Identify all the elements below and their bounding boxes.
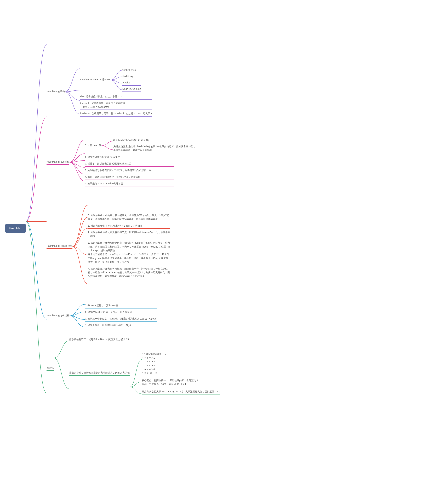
leaf: 0. 如果原数组大小为零，表示初始化，临界值为0表示用默认的大小16进行初始化，… bbox=[88, 213, 170, 222]
connector bbox=[110, 67, 122, 93]
section-resize: HashMap 的 resize 过程 0. 如果原数组大小为零，表示初始化，临… bbox=[47, 198, 220, 294]
connector bbox=[69, 301, 85, 330]
section-title-init: 初始化 bbox=[47, 366, 54, 371]
connector bbox=[69, 133, 85, 192]
leaf: final K key bbox=[122, 74, 141, 79]
leaf: (h = key.hashCode()) ^ (h >>> 16) bbox=[113, 138, 196, 143]
children: 0. 做 hash 运算，计算 index 值 1. 如果在 bucket 的第… bbox=[85, 304, 157, 328]
leaf: 4. 如果在遍历链表的过程中，节点已存在，则覆盖值 bbox=[85, 175, 174, 180]
leaf: 1. 如果在 bucket 的第一个节点，则直接返回 bbox=[85, 310, 157, 315]
label: 0. 计算 hash 值 bbox=[85, 143, 101, 148]
connector bbox=[72, 198, 88, 294]
leaf-set: (h = key.hashCode()) ^ (h >>> 16) 为避免当容量… bbox=[113, 138, 196, 153]
section-init: 初始化 空参数啥都不干，就是将 loadFactor 赋值为 默认值 0.75 … bbox=[47, 337, 220, 399]
connector bbox=[101, 138, 113, 153]
leaf: 4. 如果原数组中元素是树形结果，则跟链表一样，拆分为两组，一组在原位置，一组在… bbox=[88, 267, 170, 279]
section-title-structure: HashMap 的结构 bbox=[47, 90, 65, 94]
section-structure: HashMap 的结构 transient Node<K,V>[] table; bbox=[47, 58, 220, 126]
leaf: 2. 如果原数组中的元素没有后继节点，则直接hash & (newCap - 1… bbox=[88, 230, 170, 239]
children: 0. 如果原数组大小为零，表示初始化，临界值为0表示用默认的大小16进行初始化，… bbox=[88, 213, 170, 279]
label: 指点大小时，会将该值指定为离他最近的 2 的 n 次方的值 bbox=[69, 371, 130, 376]
connector bbox=[130, 348, 142, 399]
connector bbox=[65, 58, 80, 126]
section-title-put: HashMap 的 put 过程 bbox=[47, 160, 69, 165]
label: transient Node<K,V>[] table; bbox=[80, 78, 110, 82]
leaf: n = obj.hashCode() - 1; n |= n >>> 1; n … bbox=[142, 352, 220, 376]
leaf: 3. 如果碰撞导致链表长度大于等于8，则将链表转为红黑树(1.8) bbox=[85, 168, 174, 173]
leaf: final int hash bbox=[122, 68, 141, 73]
leaf: 1. 对最大容量和临界值均进行 << 1 操作，扩大两倍 bbox=[88, 224, 170, 229]
section-put: HashMap 的 put 过程 0. 计算 hash 值 bbox=[47, 133, 220, 192]
leaf: 3. 如果是链表，则通过链表循环查找，O(n) bbox=[85, 323, 157, 328]
children: 0. 计算 hash 值 (h = key.hashCode()) ^ (h >… bbox=[85, 138, 196, 186]
leaf: size: 记录键值对数量，默认大小是：16 bbox=[80, 95, 152, 99]
mindmap-root-container: HashMap HashMap 的结构 trans bbox=[5, 5, 417, 451]
leaf: Node<K, V> next bbox=[122, 87, 141, 92]
section-get: HashMap 的 get 过程 0. 做 hash 运算，计算 index 值… bbox=[47, 301, 220, 330]
section-title-get: HashMap 的 get 过程 bbox=[47, 313, 69, 318]
leaf: 空参数啥都不干，就是将 loadFactor 赋值为 默认值 0.75 bbox=[69, 337, 158, 342]
leaf: loadFator: 负载因子，用于计算 threshold，默认是：0.75，… bbox=[80, 112, 152, 116]
root-node: HashMap bbox=[5, 224, 26, 233]
children: 空参数啥都不干，就是将 loadFactor 赋值为 默认值 0.75 指点大小… bbox=[69, 337, 220, 399]
leaf: threshold: 记录临界值，到达这个值则扩容 一般为： 容量 * load… bbox=[80, 101, 152, 110]
section-title-resize: HashMap 的 resize 过程 bbox=[47, 244, 72, 249]
leaf-set: final int hash final K key V value Node<… bbox=[122, 68, 141, 92]
connector bbox=[54, 337, 69, 399]
leaf: 3. 如果原数组中元素后继是链表，则根据其 hash 值的第 n 位是否为 0 … bbox=[88, 241, 170, 265]
leaf-set: n = obj.hashCode() - 1; n |= n >>> 1; n … bbox=[142, 352, 220, 395]
branches-container: HashMap 的结构 transient Node<K,V>[] table; bbox=[47, 58, 220, 399]
leaf: 最后判断是否大于 MAX_CAP(1 << 30)，大于返回最大值，否则返回 n… bbox=[142, 390, 220, 395]
children: transient Node<K,V>[] table; final int h… bbox=[80, 67, 152, 117]
leaf: 0. 做 hash 运算，计算 index 值 bbox=[85, 304, 157, 308]
root-connector bbox=[26, 5, 47, 451]
node-table: transient Node<K,V>[] table; final int h… bbox=[80, 67, 152, 93]
leaf: 核心要点：将高位第一个1开始往后的零，全部置为 1 例如：二进制为：1000，则… bbox=[142, 378, 220, 387]
leaf: 2. 碰撞了，则以链表的形式放到 buckets 后 bbox=[85, 162, 174, 167]
leaf: 为避免当容量过低时，hashCode() 的高 16 位不参与运算，故将其右移1… bbox=[113, 144, 196, 153]
leaf: 5. 如果最终 size > threshold 则 扩容 bbox=[85, 182, 174, 186]
node-hash: 0. 计算 hash 值 (h = key.hashCode()) ^ (h >… bbox=[85, 138, 196, 153]
node-cap: 指点大小时，会将该值指定为离他最近的 2 的 n 次方的值 n = obj.ha… bbox=[69, 348, 220, 399]
leaf: V value bbox=[122, 81, 141, 85]
leaf: 2. 如果第一个节点是 TreeNode，则通过树的查找方法查找，O(logn) bbox=[85, 317, 157, 322]
leaf: 1. 如果没碰撞直接放到 bucket 中 bbox=[85, 155, 174, 160]
